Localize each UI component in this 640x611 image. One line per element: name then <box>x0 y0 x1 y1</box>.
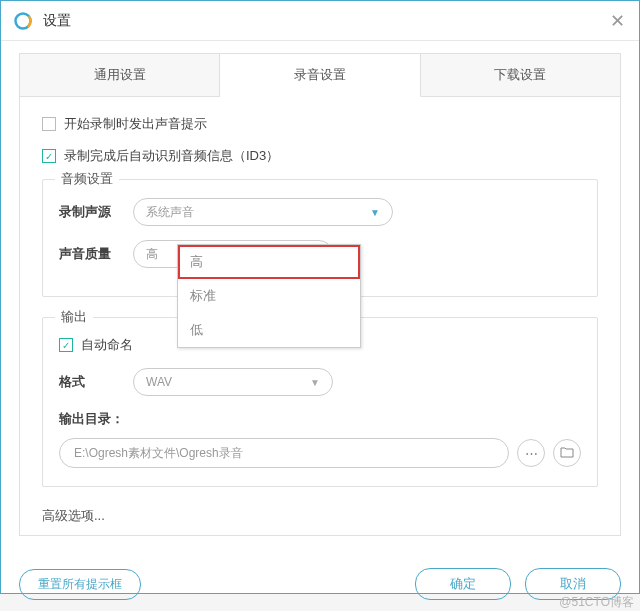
tab-record[interactable]: 录音设置 <box>220 54 420 97</box>
chevron-down-icon: ▼ <box>370 207 380 218</box>
sound-prompt-option[interactable]: 开始录制时发出声音提示 <box>42 115 598 133</box>
ellipsis-icon: ⋯ <box>525 446 538 461</box>
checkbox-checked-icon: ✓ <box>59 338 73 352</box>
output-dir-input[interactable]: E:\Ogresh素材文件\Ogresh录音 <box>59 438 509 468</box>
format-value: WAV <box>146 375 172 389</box>
window-title: 设置 <box>43 12 607 30</box>
auto-id3-label: 录制完成后自动识别音频信息（ID3） <box>64 147 279 165</box>
output-dir-value: E:\Ogresh素材文件\Ogresh录音 <box>74 445 243 462</box>
audio-legend: 音频设置 <box>55 170 119 188</box>
close-icon[interactable]: ✕ <box>607 11 627 31</box>
checkbox-checked-icon: ✓ <box>42 149 56 163</box>
source-label: 录制声源 <box>59 203 133 221</box>
settings-window: 设置 ✕ 通用设置 录音设置 下载设置 开始录制时发出声音提示 ✓ 录制完成后自… <box>0 0 640 594</box>
browse-button[interactable]: ⋯ <box>517 439 545 467</box>
quality-option-low[interactable]: 低 <box>178 313 360 347</box>
sound-prompt-label: 开始录制时发出声音提示 <box>64 115 207 133</box>
quality-dropdown: 高 标准 低 <box>177 244 361 348</box>
auto-name-label: 自动命名 <box>81 336 133 354</box>
checkbox-icon <box>42 117 56 131</box>
tab-general[interactable]: 通用设置 <box>20 54 220 96</box>
auto-id3-option[interactable]: ✓ 录制完成后自动识别音频信息（ID3） <box>42 147 598 165</box>
quality-option-standard[interactable]: 标准 <box>178 279 360 313</box>
format-select[interactable]: WAV ▼ <box>133 368 333 396</box>
content-area: 通用设置 录音设置 下载设置 开始录制时发出声音提示 ✓ 录制完成后自动识别音频… <box>1 53 639 554</box>
app-logo-icon <box>13 11 33 31</box>
dir-label: 输出目录： <box>59 410 124 428</box>
ok-button[interactable]: 确定 <box>415 568 511 600</box>
tab-download[interactable]: 下载设置 <box>421 54 620 96</box>
source-select[interactable]: 系统声音 ▼ <box>133 198 393 226</box>
record-panel: 开始录制时发出声音提示 ✓ 录制完成后自动识别音频信息（ID3） 音频设置 录制… <box>20 97 620 535</box>
advanced-options-link[interactable]: 高级选项... <box>42 507 598 525</box>
tabs-bar: 通用设置 录音设置 下载设置 <box>20 54 620 97</box>
quality-option-high[interactable]: 高 <box>178 245 360 279</box>
quality-label: 声音质量 <box>59 245 133 263</box>
watermark: @51CTO博客 <box>559 594 634 611</box>
audio-fieldset: 音频设置 录制声源 系统声音 ▼ 声音质量 高 ▼ <box>42 179 598 297</box>
settings-card: 通用设置 录音设置 下载设置 开始录制时发出声音提示 ✓ 录制完成后自动识别音频… <box>19 53 621 536</box>
quality-value: 高 <box>146 246 158 263</box>
source-value: 系统声音 <box>146 204 194 221</box>
titlebar: 设置 ✕ <box>1 1 639 41</box>
chevron-down-icon: ▼ <box>310 377 320 388</box>
output-legend: 输出 <box>55 308 93 326</box>
reset-button[interactable]: 重置所有提示框 <box>19 569 141 600</box>
open-folder-button[interactable] <box>553 439 581 467</box>
folder-icon <box>560 446 574 461</box>
format-label: 格式 <box>59 373 133 391</box>
footer: 重置所有提示框 确定 取消 <box>1 554 639 611</box>
